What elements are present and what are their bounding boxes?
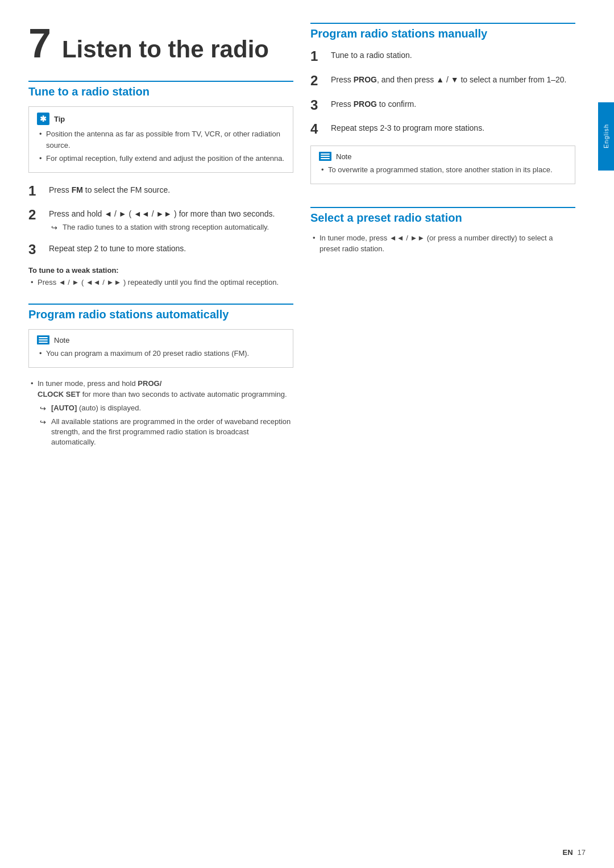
- auto-sub-1: ↪ [AUTO] (auto) is displayed.: [38, 403, 293, 414]
- step-content-2: Press and hold ◄ / ► ( ◄◄ / ►► ) for mor…: [49, 207, 293, 234]
- manually-step-num-4: 4: [310, 121, 323, 138]
- step-num-3: 3: [28, 242, 41, 258]
- manually-note-bullets: To overwrite a programmed station, store…: [319, 164, 567, 176]
- tip-icon: ✱: [37, 113, 49, 125]
- section-tune: Tune to a radio station ✱ Tip Position t…: [28, 81, 293, 288]
- manually-step-content-1: Tune to a radio station.: [331, 48, 575, 65]
- main-content: 7 Listen to the radio Tune to a radio st…: [0, 0, 598, 868]
- page-container: English 7 Listen to the radio Tune to a …: [0, 0, 614, 868]
- tip-label: Tip: [54, 115, 65, 123]
- step-content-3: Repeat step 2 to tune to more stations.: [49, 242, 293, 258]
- auto-sub-2: ↪ All available stations are programmed …: [38, 417, 293, 448]
- tip-bullet-2: For optimal reception, fully extend and …: [37, 153, 285, 164]
- tune-step-2: 2 Press and hold ◄ / ► ( ◄◄ / ►► ) for m…: [28, 207, 293, 234]
- program-manually-title: Program radio stations manually: [310, 23, 575, 40]
- select-preset-bullets: In tuner mode, press ◄◄ / ►► (or press a…: [310, 232, 575, 255]
- weak-station-bullets: Press ◄ / ► ( ◄◄ / ►► ) repeatedly until…: [28, 277, 293, 288]
- language-tab: English: [598, 102, 614, 171]
- manually-step-1: 1 Tune to a radio station.: [310, 48, 575, 65]
- note-label: Note: [54, 336, 69, 344]
- select-preset-title: Select a preset radio station: [310, 207, 575, 225]
- program-auto-bullet-1: In tuner mode, press and hold PROG/CLOCK…: [28, 378, 293, 448]
- manually-steps: 1 Tune to a radio station. 2 Press PROG,…: [310, 48, 575, 138]
- step-content-1: Press FM to select the FM source.: [49, 183, 293, 200]
- select-preset-bullet-1: In tuner mode, press ◄◄ / ►► (or press a…: [310, 232, 575, 255]
- auto-sub-text-2: All available stations are programmed in…: [51, 417, 293, 448]
- left-column: 7 Listen to the radio Tune to a radio st…: [28, 23, 293, 845]
- chapter-title-block: 7 Listen to the radio: [28, 23, 293, 64]
- program-auto-note-bullets: You can program a maximum of 20 preset r…: [37, 348, 285, 359]
- section-program-manually: Program radio stations manually 1 Tune t…: [310, 23, 575, 184]
- program-auto-title: Program radio stations automatically: [28, 304, 293, 321]
- program-auto-note-bullet-1: You can program a maximum of 20 preset r…: [37, 348, 285, 359]
- arrow-icon-2: ↪: [40, 417, 48, 428]
- weak-station-title: To tune to a weak station:: [28, 266, 293, 275]
- page-number-area: EN 17: [562, 848, 586, 857]
- weak-station-bullet: Press ◄ / ► ( ◄◄ / ►► ) repeatedly until…: [28, 277, 293, 288]
- auto-sub-text-1: [AUTO] (auto) is displayed.: [51, 403, 141, 413]
- tune-step-3: 3 Repeat step 2 to tune to more stations…: [28, 242, 293, 258]
- step-2-sub: ↪ The radio tunes to a station with stro…: [49, 222, 293, 234]
- manually-step-4: 4 Repeat steps 2-3 to program more stati…: [310, 121, 575, 138]
- tune-steps: 1 Press FM to select the FM source. 2 Pr…: [28, 183, 293, 258]
- manually-note-icon: [319, 152, 331, 161]
- section-select-preset: Select a preset radio station In tuner m…: [310, 207, 575, 255]
- program-auto-bullets: In tuner mode, press and hold PROG/CLOCK…: [28, 378, 293, 448]
- tip-bullet-1: Position the antenna as far as possible …: [37, 128, 285, 151]
- chapter-number: 7: [28, 20, 51, 66]
- manually-step-num-3: 3: [310, 97, 323, 114]
- manually-step-num-2: 2: [310, 73, 323, 89]
- manually-step-3: 3 Press PROG to confirm.: [310, 97, 575, 114]
- manually-note-header: Note: [319, 152, 567, 161]
- arrow-icon-1: ↪: [40, 403, 48, 414]
- note-header: Note: [37, 335, 285, 344]
- tip-header: ✱ Tip: [37, 113, 285, 125]
- manually-note-label: Note: [336, 152, 351, 161]
- page-number: 17: [578, 848, 586, 857]
- section-program-auto: Program radio stations automatically Not…: [28, 304, 293, 448]
- manually-note-bullet-1: To overwrite a programmed station, store…: [319, 164, 567, 176]
- manually-step-num-1: 1: [310, 48, 323, 65]
- tip-box: ✱ Tip Position the antenna as far as pos…: [28, 106, 293, 173]
- note-icon: [37, 335, 49, 344]
- manually-step-2: 2 Press PROG, and then press ▲ / ▼ to se…: [310, 73, 575, 89]
- right-column: Program radio stations manually 1 Tune t…: [310, 23, 575, 845]
- language-label: English: [603, 124, 609, 148]
- step-2-sub-text: The radio tunes to a station with strong…: [63, 222, 269, 232]
- en-label: EN: [562, 848, 572, 857]
- arrow-icon: ↪: [51, 222, 59, 234]
- chapter-header: 7 Listen to the radio: [28, 23, 293, 64]
- step-num-2: 2: [28, 207, 41, 234]
- chapter-title: Listen to the radio: [62, 36, 269, 63]
- step-num-1: 1: [28, 183, 41, 200]
- manually-step-content-4: Repeat steps 2-3 to program more station…: [331, 121, 575, 138]
- tip-bullets: Position the antenna as far as possible …: [37, 128, 285, 164]
- manually-step-content-2: Press PROG, and then press ▲ / ▼ to sele…: [331, 73, 575, 89]
- tune-section-title: Tune to a radio station: [28, 81, 293, 98]
- tune-step-1: 1 Press FM to select the FM source.: [28, 183, 293, 200]
- program-auto-note-box: Note You can program a maximum of 20 pre…: [28, 329, 293, 368]
- manually-note-box: Note To overwrite a programmed station, …: [310, 146, 575, 184]
- manually-step-content-3: Press PROG to confirm.: [331, 97, 575, 114]
